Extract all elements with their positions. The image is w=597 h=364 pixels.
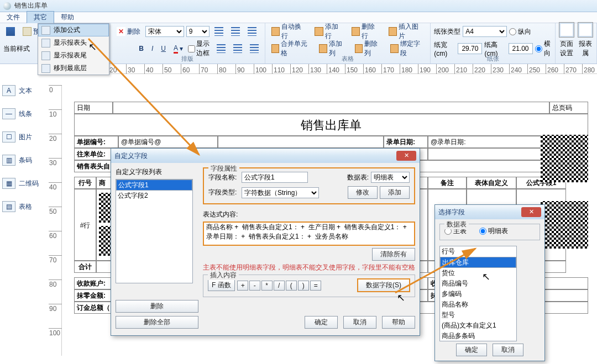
select-field-list[interactable]: 行号出库仓库货位商品编号多编码商品名称型号(商品)文本自定义1商品多条码业务员名… xyxy=(439,246,517,341)
clear-all-button[interactable]: 清除所有 xyxy=(372,248,415,261)
palette-二维码[interactable]: ▦二维码 xyxy=(2,178,46,189)
cell-entrydate-lbl[interactable]: 录单日期: xyxy=(384,136,428,148)
ds-detail-radio[interactable]: 明细表 xyxy=(479,226,508,236)
op-button[interactable]: ( xyxy=(286,281,297,291)
page-setup-button[interactable]: 页面设置 xyxy=(559,22,574,58)
fieldname-label: 字段名称: xyxy=(208,173,239,182)
delete-button[interactable]: 删除 xyxy=(114,25,143,38)
add-button[interactable]: 添加 xyxy=(380,186,410,199)
fieldtype-select[interactable]: 字符数据（String） xyxy=(242,187,319,198)
menu-help[interactable]: 帮助 xyxy=(54,12,81,23)
report-title[interactable]: 销售出库单 xyxy=(74,114,588,136)
op-button[interactable]: / xyxy=(274,281,285,291)
fontcolor-button[interactable]: A▾ xyxy=(171,43,186,55)
dlg-cancel-button[interactable]: 取消 xyxy=(343,316,376,329)
ruler-horizontal: -100102030405060708090100110120130140150… xyxy=(53,64,597,74)
selfld-ok-button[interactable]: 确定 xyxy=(456,344,487,356)
fn-button[interactable]: F 函数 xyxy=(208,279,235,291)
cell-page-label[interactable]: 总页码 xyxy=(549,102,588,114)
select-list-item[interactable]: (商品)文本自定义1 xyxy=(440,320,516,331)
cell-docno-lbl[interactable]: 单据编号: xyxy=(74,136,118,148)
paper-width-input[interactable] xyxy=(458,43,482,54)
bold-button[interactable]: B xyxy=(136,43,146,54)
field-attrs-legend: 字段属性 xyxy=(208,164,239,173)
select-list-item[interactable]: 多编码 xyxy=(440,289,516,299)
hd-rownum[interactable]: 行号 xyxy=(74,177,96,189)
delete-all-button[interactable]: 删除全部 xyxy=(116,316,198,329)
dd-move-bottom[interactable]: 移到最底层 xyxy=(38,62,109,75)
fontsize-select[interactable]: 9 xyxy=(186,26,210,37)
addrow-icon xyxy=(315,27,323,36)
save-button[interactable] xyxy=(3,25,18,38)
dd-add-formula[interactable]: 添加公式 xyxy=(38,24,109,36)
hd-bodycustom[interactable]: 表体自定义 xyxy=(467,177,516,189)
dd-show-header[interactable]: 显示报表头 xyxy=(38,36,109,49)
qr-big-1[interactable] xyxy=(541,135,588,182)
selfld-cancel-button[interactable]: 取消 xyxy=(493,344,523,356)
ft-sum[interactable]: 合计 xyxy=(74,261,96,273)
align-center[interactable] xyxy=(228,25,243,38)
op-button[interactable]: * xyxy=(261,281,273,291)
cell-mid[interactable] xyxy=(218,136,384,148)
dlg-ok-button[interactable]: 确定 xyxy=(305,316,338,329)
valign-bot[interactable] xyxy=(247,43,261,55)
palette-文本[interactable]: A文本 xyxy=(2,85,46,96)
align-right[interactable] xyxy=(245,25,259,38)
menu-file[interactable]: 文件 xyxy=(0,12,27,23)
palette-表格[interactable]: ▤表格 xyxy=(2,201,46,212)
italic-button[interactable]: I xyxy=(149,43,156,54)
dd-show-footer[interactable]: 显示报表尾 xyxy=(38,49,109,62)
valign-top[interactable] xyxy=(214,43,228,55)
op-button[interactable]: ) xyxy=(298,281,309,291)
op-button[interactable]: - xyxy=(249,281,260,291)
datafield-button[interactable]: 数据字段(S) xyxy=(357,278,410,292)
valign-mid[interactable] xyxy=(231,43,245,55)
report-prop-button[interactable]: 报表属 xyxy=(578,22,593,58)
header-icon xyxy=(41,39,50,48)
palette-线条[interactable]: —线条 xyxy=(2,108,46,119)
palette-icon: ▦ xyxy=(2,178,15,189)
select-list-item[interactable]: 商品名称 xyxy=(440,299,516,310)
select-list-item[interactable]: 商品编号 xyxy=(440,278,516,289)
dlg-select-titlebar[interactable]: 选择字段 ✕ xyxy=(435,205,544,219)
delete-field-button[interactable]: 删除 xyxy=(116,300,198,313)
menu-other[interactable]: 其它 xyxy=(27,11,54,24)
app-icon xyxy=(3,2,11,10)
cell-date-val[interactable] xyxy=(113,102,549,114)
underline-button[interactable]: U xyxy=(158,43,169,54)
dlg-custom-close[interactable]: ✕ xyxy=(396,151,416,161)
orientation-portrait[interactable]: 纵向 xyxy=(509,27,531,36)
select-list-item[interactable]: 货位 xyxy=(440,268,516,278)
cell-date-label[interactable]: 日期 xyxy=(74,102,113,114)
fieldlist[interactable]: 公式字段1 公式字段2 xyxy=(116,179,193,283)
font-select[interactable]: 宋体 xyxy=(145,26,184,37)
fieldlist-item-0[interactable]: 公式字段1 xyxy=(116,180,192,191)
dlg-select-close[interactable]: ✕ xyxy=(521,207,541,217)
datatable-select[interactable]: 明细表 xyxy=(371,172,410,183)
dlg-help-button[interactable]: 帮助 xyxy=(382,316,415,329)
select-list-item[interactable]: 商品多条码 xyxy=(440,331,516,341)
palette-条码[interactable]: ▥条码 xyxy=(2,155,46,166)
fieldname-input[interactable] xyxy=(242,172,308,183)
cell-docno-val[interactable]: @单据编号@ xyxy=(118,136,218,148)
expression-textarea[interactable] xyxy=(203,221,415,246)
paper-height-input[interactable] xyxy=(509,43,533,54)
modify-button[interactable]: 修改 xyxy=(348,186,378,199)
select-list-item[interactable]: 型号 xyxy=(440,310,516,320)
addcol-icon xyxy=(319,44,327,53)
select-list-item[interactable]: 行号 xyxy=(440,246,516,257)
op-button[interactable]: + xyxy=(237,281,248,291)
align-left[interactable] xyxy=(212,25,226,38)
op-button[interactable]: = xyxy=(310,281,321,291)
current-style-label: 当前样式 xyxy=(3,44,30,54)
hd-remark[interactable]: 备注 xyxy=(428,177,467,189)
preview-icon xyxy=(23,27,32,36)
palette-icon: ▥ xyxy=(2,155,15,166)
dlg-custom-titlebar[interactable]: 自定义字段 ✕ xyxy=(111,149,420,163)
fieldlist-item-1[interactable]: 公式字段2 xyxy=(116,191,192,201)
body-rownum[interactable]: #行号 xyxy=(74,189,96,261)
palette-图片[interactable]: ☐图片 xyxy=(2,131,46,143)
paper-type-select[interactable]: A4 xyxy=(463,26,507,37)
select-list-item[interactable]: 出库仓库 xyxy=(440,257,516,268)
qr-big-2[interactable] xyxy=(541,201,588,249)
